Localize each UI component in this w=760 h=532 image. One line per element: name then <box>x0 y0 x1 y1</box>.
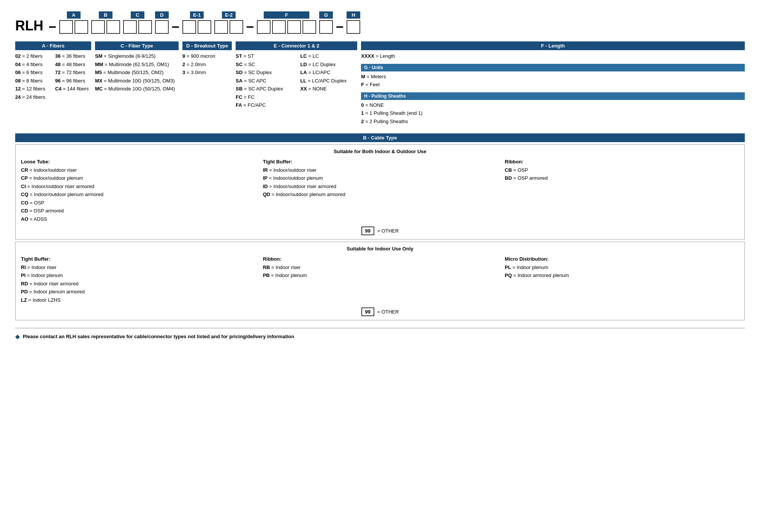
def-row: M = Meters <box>361 73 745 81</box>
micro-dist-col: Micro Distribution: PL = Indoor plenum P… <box>505 255 739 304</box>
def-row: PQ = Indoor armored plenum <box>505 272 739 279</box>
def-row: 04 = 4 fibers <box>15 61 51 68</box>
def-row: 08 = 8 fibers <box>15 77 51 85</box>
def-row: M5 = Multimode (50/125, OM2) <box>95 69 179 76</box>
group-e1: E-1 <box>182 11 211 34</box>
def-row: 72 = 72 fibers <box>55 69 91 76</box>
footer-text-bold: Please contact an RLH sales representati… <box>23 334 294 339</box>
e-connector-col2: LC = LC LD = LC Duplex LA = LC/APC LL = … <box>300 52 357 110</box>
def-row: LA = LC/APC <box>300 69 357 76</box>
box-d1 <box>155 20 169 34</box>
def-row: 2 = 2.0mm <box>182 61 232 68</box>
group-e2-label: E-2 <box>222 11 236 19</box>
tight-buffer-title: Tight Buffer: <box>21 255 255 263</box>
indoor-only-box: Suitable for Indoor Use Only Tight Buffe… <box>15 242 745 320</box>
a-fibers-header: A - Fibers <box>15 41 91 50</box>
def-row: CD = OSP armored <box>21 207 255 215</box>
group-f: F <box>257 11 316 34</box>
group-c: C <box>123 11 152 34</box>
def-row: PL = Indoor plenum <box>505 264 739 271</box>
loose-tube-title: Loose Tube: <box>21 158 255 166</box>
def-row: SD = SC Duplex <box>236 69 293 76</box>
model-header: RLH – A B C D – E-1 <box>15 11 745 34</box>
def-row: PB = Indoor plenum <box>263 272 497 279</box>
h-pulling-header: H - Pulling Sheaths <box>361 92 745 100</box>
footer-divider: ◆ Please contact an RLH sales representa… <box>15 328 745 340</box>
def-row: BD = OSP armored <box>505 174 739 182</box>
def-row: MM = Multimode (62.5/125, OM1) <box>95 61 179 68</box>
group-b: B <box>91 11 120 34</box>
group-c-label: C <box>131 11 144 19</box>
group-e1-label: E-1 <box>190 11 204 19</box>
def-row: F = Feet <box>361 81 745 89</box>
def-row: XX = NONE <box>300 85 357 93</box>
b-cable-header: B - Cable Type <box>15 133 745 142</box>
def-row: SB = SC APC Duplex <box>236 85 293 93</box>
indoor-ribbon-col: Ribbon: RB = Indoor riser PB = Indoor pl… <box>263 255 497 304</box>
def-row: PD = Indoor plenum armored <box>21 288 255 296</box>
group-b-label: B <box>99 11 112 19</box>
dash-mid: – <box>172 19 179 34</box>
box-f1 <box>257 20 271 34</box>
section-a-fibers: A - Fibers 02 = 2 fibers 04 = 4 fibers 0… <box>15 41 91 126</box>
def-row: 02 = 2 fibers <box>15 52 51 60</box>
group-h: H <box>347 11 360 34</box>
def-row: LD = LC Duplex <box>300 61 357 68</box>
def-row: 9 = 900 micron <box>182 52 232 60</box>
def-row: CB = OSP <box>505 166 739 174</box>
group-a-label: A <box>67 11 81 19</box>
def-row: 2 = 2 Pulling Sheaths <box>361 118 745 125</box>
indoor-only-cols: Tight Buffer: RI = Indoor riser PI = Ind… <box>21 255 739 304</box>
dash-after-g: – <box>336 19 344 34</box>
box-h1 <box>347 20 360 34</box>
group-e2: E-2 <box>214 11 243 34</box>
def-row: PI = Indoor plenum <box>21 272 255 279</box>
section-b-cable: B - Cable Type Suitable for Both Indoor … <box>15 133 745 320</box>
c-fiber-header: C - Fiber Type <box>95 41 179 50</box>
def-row: LZ = Indoor LZHS <box>21 296 255 304</box>
def-row: RD = Indoor riser armored <box>21 280 255 288</box>
def-row: MC = Multimode 10G (50/125, OM4) <box>95 85 179 93</box>
def-row: SC = SC <box>236 61 293 68</box>
def-row: ID = Indoor/outdoor riser armored <box>263 183 497 190</box>
model-prefix: RLH <box>15 18 43 34</box>
def-row: XXXX = Length <box>361 52 745 60</box>
footer-text: Please contact an RLH sales representati… <box>23 334 294 339</box>
def-row: 06 = 6 fibers <box>15 69 51 76</box>
indoor-outdoor-cols: Loose Tube: CR = Indoor/outdoor riser CP… <box>21 158 739 223</box>
box-e2a <box>214 20 228 34</box>
e-connector-col1: ST = ST SC = SC SD = SC Duplex SA = SC A… <box>236 52 293 110</box>
a-fibers-col2: 36 = 36 fibers 48 = 48 fibers 72 = 72 fi… <box>55 52 91 101</box>
ribbon-title: Ribbon: <box>263 255 497 263</box>
footer-note: ◆ Please contact an RLH sales representa… <box>15 333 745 340</box>
group-f-label: F <box>264 11 309 19</box>
other-box: 99 <box>361 226 374 235</box>
a-fibers-col1: 02 = 2 fibers 04 = 4 fibers 06 = 6 fiber… <box>15 52 51 101</box>
f-length-header: F - Length <box>361 41 745 50</box>
dash-after-e: – <box>246 19 254 34</box>
indoor-outdoor-subtitle: Suitable for Both Indoor & Outdoor Use <box>21 149 739 154</box>
box-b1 <box>91 20 105 34</box>
box-a1 <box>59 20 73 34</box>
box-b2 <box>106 20 120 34</box>
def-row: 24 = 24 fibers <box>15 93 51 101</box>
group-d-label: D <box>155 11 169 19</box>
def-row: IP = Indoor/outdoor plenum <box>263 174 497 182</box>
group-g-label: G <box>319 11 333 19</box>
tight-buffer-title: Tight Buffer: <box>263 158 497 166</box>
indoor-only-subtitle: Suitable for Indoor Use Only <box>21 246 739 252</box>
def-row: C4 = 144 fibers <box>55 85 91 93</box>
def-row: QD = Indoor/outdoor plenum armored <box>263 191 497 198</box>
section-d-breakout: D - Breakout Type 9 = 900 micron 2 = 2.0… <box>182 41 232 126</box>
model-dash: – <box>49 19 56 34</box>
group-h-label: H <box>347 11 360 19</box>
def-row: 36 = 36 fibers <box>55 52 91 60</box>
def-row: AO = ADSS <box>21 215 255 223</box>
box-c2 <box>138 20 152 34</box>
box-e1b <box>198 20 211 34</box>
def-row: CI = Indoor/outdoor riser armored <box>21 183 255 190</box>
other-row-indoor: 99 = OTHER <box>21 307 739 316</box>
def-row: 12 = 12 fibers <box>15 85 51 93</box>
def-row: CP = Indoor/outdoor plenum <box>21 174 255 182</box>
def-row: FC = FC <box>236 93 293 101</box>
